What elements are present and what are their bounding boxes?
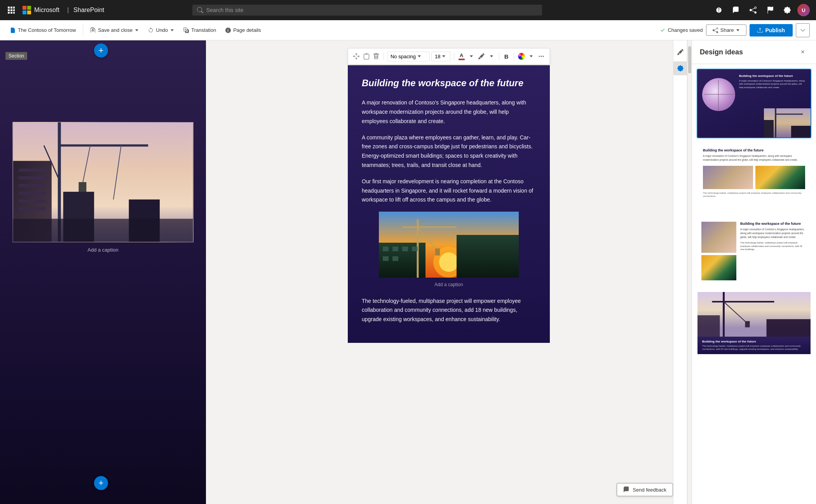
highlight-dropdown[interactable] xyxy=(487,51,496,62)
ms-logo-squares xyxy=(23,6,31,14)
text-editor[interactable]: Building the workspace of the future A m… xyxy=(348,65,550,343)
add-bottom-icon: + xyxy=(99,478,104,488)
page-details-btn[interactable]: Page details xyxy=(221,25,265,35)
text-color-btn[interactable]: A xyxy=(457,51,466,62)
design-idea-4[interactable]: Building the workspace of the future The… xyxy=(697,291,811,361)
svg-rect-20 xyxy=(19,192,46,195)
bold-label: B xyxy=(504,53,509,60)
add-section-top-btn[interactable]: + xyxy=(94,43,108,57)
save-close-label: Save and close xyxy=(98,27,133,33)
changes-saved-label: Changes saved xyxy=(668,27,703,33)
svg-rect-47 xyxy=(764,120,774,137)
share-btn[interactable]: Share xyxy=(706,24,747,36)
more-options-btn[interactable] xyxy=(537,51,546,62)
svg-rect-22 xyxy=(19,207,46,210)
canvas-scrollbar[interactable] xyxy=(687,40,692,504)
save-icon xyxy=(90,28,96,33)
add-section-bottom-btn[interactable]: + xyxy=(94,476,108,490)
user-avatar[interactable]: U xyxy=(797,4,810,16)
top-navigation: Microsoft | SharePoint U xyxy=(0,0,816,20)
send-feedback-btn[interactable]: Send feedback xyxy=(617,483,673,496)
save-dropdown-icon xyxy=(135,28,139,32)
page-title-btn[interactable]: The Contoso of Tomorrow xyxy=(6,25,80,35)
crane-svg-left xyxy=(13,122,193,242)
panel-close-btn[interactable]: × xyxy=(797,47,808,57)
inline-crane-svg xyxy=(379,212,519,278)
caption-left[interactable]: Add a caption xyxy=(87,247,119,253)
color-picker-btn[interactable] xyxy=(517,51,526,62)
microsoft-logo[interactable]: Microsoft xyxy=(23,6,59,14)
article-body: A major renovation of Contoso's Singapor… xyxy=(362,98,536,324)
di-3-left xyxy=(701,222,736,282)
copy-tool-btn[interactable] xyxy=(362,51,371,62)
svg-rect-1 xyxy=(10,7,12,9)
main-area: Section + xyxy=(0,40,816,504)
close-icon: × xyxy=(801,49,804,56)
svg-rect-21 xyxy=(19,200,46,203)
construction-image-left xyxy=(12,122,194,242)
bold-btn[interactable]: B xyxy=(502,51,511,62)
share-label: Share xyxy=(720,27,734,33)
undo-btn[interactable]: Undo xyxy=(144,25,178,35)
di-1-bottom-img xyxy=(764,108,811,137)
article-para3: Our first major redevelopment is nearing… xyxy=(362,177,536,205)
publish-label: Publish xyxy=(765,27,785,33)
text-color-dropdown[interactable] xyxy=(467,51,476,62)
color-dropdown[interactable] xyxy=(527,51,536,62)
design-idea-2-img: Building the workspace of the future A m… xyxy=(697,144,811,212)
design-idea-1[interactable]: Building the workspace of the future A m… xyxy=(697,69,811,138)
design-idea-4-img: Building the workspace of the future The… xyxy=(697,292,811,360)
undo-icon xyxy=(148,28,153,33)
feedback-icon-btn[interactable] xyxy=(729,3,743,17)
canvas-area[interactable]: Section + xyxy=(0,40,692,504)
microsoft-label: Microsoft xyxy=(34,7,59,14)
style-label: No spacing xyxy=(391,54,416,59)
translation-btn[interactable]: Translation xyxy=(180,25,220,35)
feedback-icon xyxy=(623,487,629,493)
design-ideas-panel: Design ideas × xyxy=(692,40,816,504)
text-toolbar-divider-3 xyxy=(499,52,499,60)
search-box[interactable] xyxy=(192,5,542,16)
style-dropdown[interactable]: No spacing xyxy=(387,52,430,61)
di-4-crane-img xyxy=(697,292,811,337)
design-ideas-side-btn[interactable] xyxy=(673,61,687,75)
di-2-img1 xyxy=(703,166,753,189)
text-editor-container: No spacing 18 A xyxy=(348,48,550,343)
collapse-editor-btn[interactable] xyxy=(796,23,810,37)
text-toolbar-divider-2 xyxy=(454,52,454,60)
di-3-img2 xyxy=(701,255,736,280)
text-toolbar-divider-4 xyxy=(514,52,514,60)
flag-icon-btn[interactable] xyxy=(763,3,777,17)
article-para2: A community plaza where employees can ga… xyxy=(362,133,536,170)
sharepoint-label-container: | SharePoint xyxy=(66,7,104,14)
translation-label: Translation xyxy=(191,27,216,33)
search-input[interactable] xyxy=(206,7,537,13)
publish-btn[interactable]: Publish xyxy=(750,24,793,36)
settings-icon-btn[interactable] xyxy=(780,3,794,17)
svg-rect-2 xyxy=(13,7,15,9)
caption-inline[interactable]: Add a caption xyxy=(434,281,463,288)
ms-blue-square xyxy=(23,10,26,14)
page-content: Add a caption xyxy=(0,40,692,504)
delete-tool-btn[interactable] xyxy=(372,51,380,62)
share-icon-btn[interactable] xyxy=(746,3,760,17)
style-chevron-icon xyxy=(417,54,421,58)
design-idea-3[interactable]: Building the workspace of the future A m… xyxy=(697,217,811,287)
edit-mode-btn[interactable] xyxy=(673,45,687,59)
di-3-right: Building the workspace of the future A m… xyxy=(740,222,807,282)
help-icon-btn[interactable] xyxy=(712,3,726,17)
svg-point-28 xyxy=(439,252,459,272)
move-tool-btn[interactable] xyxy=(352,51,361,62)
design-idea-2[interactable]: Building the workspace of the future A m… xyxy=(697,143,811,212)
color-circle xyxy=(518,53,525,60)
waffle-menu-button[interactable] xyxy=(6,5,16,15)
svg-rect-19 xyxy=(19,184,46,187)
highlight-btn[interactable] xyxy=(477,51,486,62)
changes-saved-indicator: Changes saved xyxy=(660,27,703,33)
publish-icon xyxy=(757,28,763,33)
svg-rect-38 xyxy=(412,247,418,251)
svg-rect-18 xyxy=(19,176,46,179)
size-dropdown[interactable]: 18 xyxy=(431,52,451,61)
right-column: No spacing 18 A xyxy=(206,40,692,504)
save-close-btn[interactable]: Save and close xyxy=(86,25,143,35)
